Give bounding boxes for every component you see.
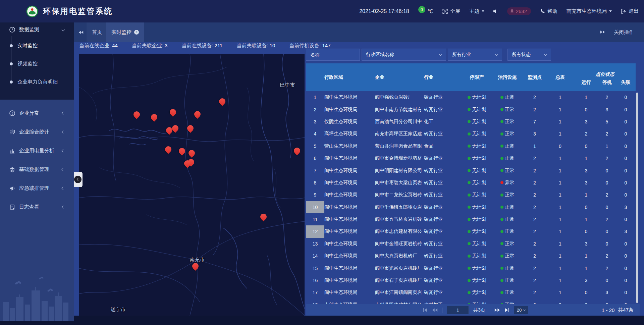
red-dot-icon bbox=[500, 181, 503, 184]
cell-index: 6 bbox=[306, 152, 324, 164]
cell-company: 阆中市江南镇阆南页岩 bbox=[372, 286, 423, 299]
table-row[interactable]: 13 阆中生态环境局 阆中市金福旺页岩机砖 砖瓦行业 无计划 正常 2 1 3 … bbox=[306, 238, 636, 250]
sidebar-subitem-label: 视频监控 bbox=[17, 61, 38, 67]
sidebar-subitem-2[interactable]: 企业电力负荷明细 bbox=[0, 73, 74, 91]
cell-running: 1 bbox=[574, 250, 598, 262]
next-page-button[interactable] bbox=[494, 308, 500, 312]
double-chevron-left-icon bbox=[78, 30, 84, 35]
green-dot-icon bbox=[468, 194, 471, 197]
sidebar-item-3[interactable]: 企业用电量分析 bbox=[0, 141, 74, 160]
cell-facility-status: 正常 bbox=[491, 201, 523, 213]
tab-realtime-monitor[interactable]: 实时监控 × bbox=[106, 22, 144, 42]
sidebar-subitem-1[interactable]: 视频监控 bbox=[0, 55, 74, 73]
green-dot-icon bbox=[468, 291, 471, 294]
cell-company: 南充市高坪区王家店建 bbox=[372, 128, 423, 140]
page-number-input[interactable] bbox=[447, 306, 469, 314]
sidebar-item-2[interactable]: 企业综合统计 bbox=[0, 122, 74, 141]
sidebar-collapse-handle[interactable] bbox=[74, 172, 83, 187]
tab-home[interactable]: 首页 bbox=[87, 22, 107, 42]
table-row[interactable]: 6 阆中生态环境局 阆中市金博瑞新型墙材 砖瓦行业 无计划 正常 2 1 1 2… bbox=[306, 152, 636, 164]
tab-scroll-right-button[interactable] bbox=[600, 30, 605, 35]
bullet-dot-icon bbox=[10, 44, 13, 47]
cell-limit-status: 无计划 bbox=[462, 250, 491, 262]
table-row[interactable]: 4 高坪生态环境局 南充市高坪区王家店建 砖瓦行业 无计划 正常 3 1 2 2… bbox=[306, 128, 636, 140]
table-row[interactable]: 15 阆中生态环境局 阆中市光富页岩机砖厂 砖瓦行业 无计划 正常 2 1 1 … bbox=[306, 262, 636, 274]
table-row[interactable]: 10 阆中生态环境局 阆中千佛镇五郎垭页岩 砖瓦行业 无计划 正常 2 1 0 … bbox=[306, 201, 636, 213]
table-row[interactable]: 16 阆中生态环境局 阆中市石子页岩机砖厂 砖瓦行业 无计划 正常 2 1 3 … bbox=[306, 274, 636, 286]
sidebar-item-4[interactable]: 基础数据管理 bbox=[0, 160, 74, 179]
table-row[interactable]: 5 营山生态环境局 营山县润丰肉食品有限 食品 无计划 正常 1 0 0 1 0 bbox=[306, 140, 636, 152]
column-header-industry: 行业 bbox=[423, 63, 462, 91]
table-row[interactable]: 9 阆中生态环境局 阆中市二龙长宝页岩砖 砖瓦行业 无计划 正常 2 1 1 2… bbox=[306, 189, 636, 201]
cell-index: 11 bbox=[306, 213, 324, 225]
table-row[interactable]: 7 阆中生态环境局 阆中明阳建材有限公司 砖瓦行业 无计划 正常 2 1 3 0… bbox=[306, 164, 636, 176]
cell-region: 阆中生态环境局 bbox=[324, 213, 372, 225]
name-filter-input[interactable] bbox=[306, 49, 360, 61]
sidebar-item-1[interactable]: 企业异常 bbox=[0, 104, 74, 122]
theme-dropdown[interactable]: 主题 bbox=[469, 8, 484, 14]
page-size-select[interactable]: 20 bbox=[514, 306, 528, 314]
cell-facility-status: 正常 bbox=[491, 299, 523, 304]
cell-region: 营山生态环境局 bbox=[324, 140, 372, 152]
cell-industry: 砖瓦行业 bbox=[423, 262, 462, 274]
org-dropdown[interactable]: 南充市生态环境局 bbox=[567, 8, 612, 14]
logout-button[interactable]: 退出 bbox=[621, 8, 639, 14]
table-row[interactable]: 8 阆中生态环境局 阆中市枣碧大梁山页岩 砖瓦行业 无计划 异常 2 1 3 0… bbox=[306, 177, 636, 189]
last-page-button[interactable] bbox=[504, 308, 509, 312]
table-row[interactable]: 3 仪陇生态环境局 西南油气田分公司川中 化工 无计划 正常 7 1 3 5 0 bbox=[306, 116, 636, 128]
table-row[interactable]: 18 南部生态环境局 南部县双佳建材有限公 建材加工 无计划 正常 6 0 0 … bbox=[306, 299, 636, 304]
cell-region: 南部生态环境局 bbox=[324, 299, 372, 304]
cell-region: 阆中生态环境局 bbox=[324, 152, 372, 164]
table-body: 1 阆中生态环境局 阆中强锐页岩砖厂 砖瓦行业 无计划 正常 2 1 1 2 0… bbox=[306, 91, 636, 304]
table-row[interactable]: 2 阆中生态环境局 阆中市南方节能建材有 砖瓦行业 无计划 正常 2 1 0 3… bbox=[306, 103, 636, 115]
sidebar-item-0[interactable]: 数据监测 bbox=[0, 22, 74, 37]
table-scrollbar[interactable] bbox=[636, 93, 638, 303]
region-filter-select[interactable]: 行政区域名称 bbox=[362, 49, 446, 61]
table-row[interactable]: 17 阆中生态环境局 阆中市江南镇阆南页岩 砖瓦行业 无计划 正常 2 1 0 … bbox=[306, 286, 636, 299]
green-dot-icon bbox=[500, 206, 503, 209]
green-dot-icon bbox=[468, 108, 471, 111]
cell-limit-status: 无计划 bbox=[462, 140, 491, 152]
cell-industry: 建材加工 bbox=[423, 299, 462, 304]
green-dot-icon bbox=[468, 132, 471, 136]
cell-company: 阆中明阳建材有限公司 bbox=[372, 164, 423, 176]
cell-facility-status: 异常 bbox=[491, 177, 523, 189]
sidebar-item-5[interactable]: 应急减排管理 bbox=[0, 179, 74, 198]
table-row[interactable]: 14 阆中生态环境局 阆中大兴页岩机砖厂 砖瓦行业 无计划 正常 2 1 1 2… bbox=[306, 250, 636, 262]
table-row[interactable]: 11 阆中生态环境局 阆中市五马桥页岩机砖 砖瓦行业 无计划 正常 2 1 1 … bbox=[306, 213, 636, 225]
cell-points: 1 bbox=[523, 140, 546, 152]
notification-counter[interactable]: 2632 bbox=[507, 7, 531, 15]
cell-company: 南部县双佳建材有限公 bbox=[372, 299, 423, 304]
cell-limit-status: 无计划 bbox=[462, 164, 491, 176]
cell-industry: 砖瓦行业 bbox=[423, 164, 462, 176]
tab-scroll-left-button[interactable] bbox=[78, 22, 84, 42]
close-operations-button[interactable]: 关闭操作 bbox=[614, 29, 634, 36]
region-filter-value: 行政区域名称 bbox=[366, 52, 394, 58]
table-header: 行政区域 企业 行业 停限产 治污设施 监测点 总表 点位状态 运行 停机 失联 bbox=[306, 63, 636, 91]
table-row[interactable]: 1 阆中生态环境局 阆中强锐页岩砖厂 砖瓦行业 无计划 正常 2 1 1 2 0 bbox=[306, 91, 636, 103]
mute-speaker-button[interactable] bbox=[493, 9, 498, 13]
help-button[interactable]: 帮助 bbox=[540, 8, 557, 14]
divider bbox=[442, 308, 442, 313]
sidebar-subitem-0[interactable]: 实时监控 bbox=[0, 37, 74, 55]
map-panel[interactable]: 巴中市南充市遂宁市 bbox=[79, 54, 305, 316]
layers-icon bbox=[9, 166, 15, 173]
green-dot-icon bbox=[468, 279, 471, 282]
industry-filter-select[interactable]: 所有行业 bbox=[448, 49, 502, 61]
green-dot-icon bbox=[500, 267, 503, 270]
cell-industry: 砖瓦行业 bbox=[423, 103, 462, 115]
cell-region: 阆中生态环境局 bbox=[324, 164, 372, 176]
cell-index: 4 bbox=[306, 128, 324, 140]
status-filter-select[interactable]: 所有状态 bbox=[507, 49, 551, 61]
stat-item: 当前失联企业:3 bbox=[132, 43, 168, 49]
close-icon[interactable]: × bbox=[134, 30, 139, 35]
fullscreen-button[interactable]: 全屏 bbox=[442, 8, 460, 14]
first-page-button[interactable] bbox=[423, 308, 428, 312]
stat-value: 10 bbox=[270, 43, 275, 48]
cell-facility-status: 正常 bbox=[491, 91, 523, 103]
sidebar-item-6[interactable]: 日志查看 bbox=[0, 198, 74, 216]
cityscape-decoration bbox=[0, 271, 74, 321]
cell-limit-status: 无计划 bbox=[462, 201, 491, 213]
table-row[interactable]: 12 阆中生态环境局 阆中市忠信建材有限公 砖瓦行业 无计划 正常 2 1 0 … bbox=[306, 225, 636, 237]
prev-page-button[interactable] bbox=[432, 308, 438, 312]
